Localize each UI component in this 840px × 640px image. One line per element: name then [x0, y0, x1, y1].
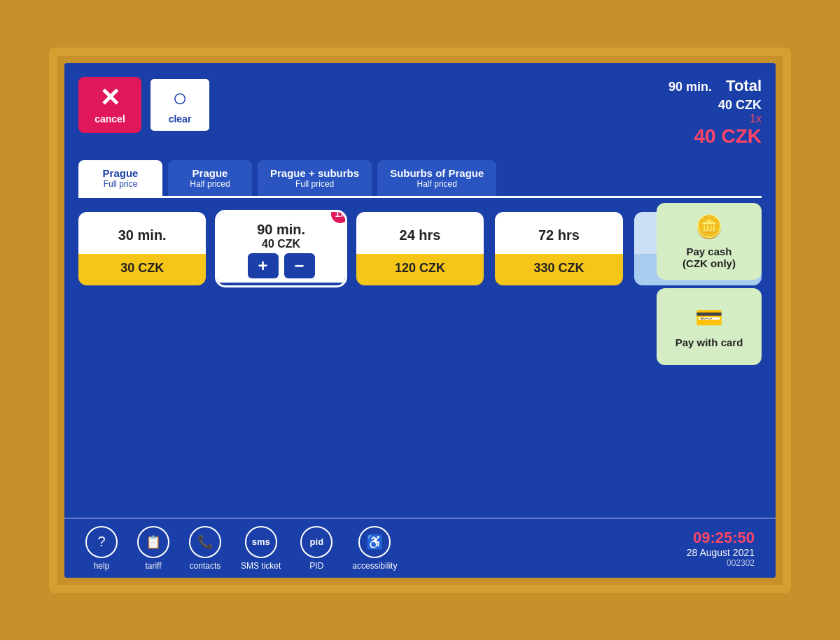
contacts-icon: 📞: [189, 526, 221, 558]
total-area: 90 min. Total 40 CZK 1x 40 CZK: [668, 77, 762, 148]
ticket-90min-price: 40 CZK: [262, 238, 300, 250]
clock-display: 09:25:50: [687, 529, 755, 547]
card-icon: 💳: [695, 304, 723, 331]
clear-button[interactable]: ○ clear: [148, 77, 211, 133]
ticket-90min[interactable]: 1x 90 min. 40 CZK + −: [217, 212, 344, 285]
top-buttons: ✕ cancel ○ clear: [78, 77, 211, 133]
nav-help[interactable]: ? help: [85, 526, 118, 571]
accessibility-icon: ♿: [358, 526, 391, 558]
ticket-72hrs-price: 330 CZK: [495, 254, 622, 285]
pid-icon: pid: [300, 526, 332, 558]
accessibility-label: accessibility: [352, 561, 397, 571]
sms-label: SMS ticket: [241, 561, 281, 571]
price-per: 40 CZK: [668, 98, 762, 113]
tab-bar: Prague Full price Prague Half priced Pra…: [78, 160, 762, 198]
nav-accessibility[interactable]: ♿ accessibility: [352, 526, 397, 571]
clear-icon: ○: [172, 85, 188, 111]
cancel-label: cancel: [94, 113, 125, 125]
ticket-30min-duration: 30 min.: [78, 212, 206, 254]
help-label: help: [94, 561, 110, 571]
ticket-72hrs-duration: 72 hrs: [495, 212, 622, 254]
cash-icon: 🪙: [695, 213, 723, 240]
bottom-nav: ? help 📋 tariff 📞 contacts sms SMS ticke…: [85, 526, 397, 571]
ticket-90min-top: 90 min. 40 CZK + −: [217, 212, 344, 283]
nav-pid[interactable]: pid PID: [300, 526, 332, 571]
cancel-button[interactable]: ✕ cancel: [78, 77, 141, 133]
tab-prague-suburbs-full[interactable]: Prague + suburbs Full priced: [258, 160, 372, 196]
date-display: 28 August 2021: [687, 547, 755, 558]
tab-prague-half[interactable]: Prague Half priced: [168, 160, 252, 196]
tariff-label: tariff: [145, 561, 161, 571]
tariff-icon: 📋: [137, 526, 169, 558]
payment-area: 🪙 Pay cash(CZK only) 💳 Pay with card: [657, 203, 762, 365]
tab-prague-full[interactable]: Prague Full price: [78, 160, 162, 196]
tab-prague-full-main: Prague: [91, 167, 150, 179]
sms-icon: sms: [245, 526, 277, 558]
total-label: Total: [726, 77, 762, 94]
tab-suburbs-half-main: Suburbs of Prague: [390, 167, 484, 179]
ticket-90min-minus[interactable]: −: [284, 253, 315, 278]
tab-prague-full-sub: Full price: [91, 179, 150, 189]
count-display: 1x: [668, 113, 762, 125]
tab-prague-half-main: Prague: [181, 167, 239, 179]
ticket-24hrs-price: 120 CZK: [356, 254, 484, 285]
bottom-bar: ? help 📋 tariff 📞 contacts sms SMS ticke…: [64, 518, 776, 578]
contacts-label: contacts: [190, 561, 221, 571]
tab-prague-suburbs-full-sub: Full priced: [270, 179, 359, 189]
ticket-90min-duration: 90 min.: [257, 222, 305, 238]
pay-cash-button[interactable]: 🪙 Pay cash(CZK only): [657, 203, 762, 280]
pay-card-button[interactable]: 💳 Pay with card: [657, 288, 762, 365]
tab-prague-suburbs-full-main: Prague + suburbs: [270, 167, 359, 179]
tab-suburbs-half-sub: Half priced: [390, 179, 484, 189]
cancel-icon: ✕: [99, 85, 120, 111]
help-icon: ?: [85, 526, 118, 558]
clear-label: clear: [169, 113, 192, 125]
nav-tariff[interactable]: 📋 tariff: [137, 526, 169, 571]
screen: ✕ cancel ○ clear 90 min. Total 40 CZK 1x…: [64, 63, 776, 578]
nav-contacts[interactable]: 📞 contacts: [189, 526, 221, 571]
ticket-30min-price: 30 CZK: [78, 254, 206, 285]
tab-suburbs-half[interactable]: Suburbs of Prague Half priced: [377, 160, 496, 196]
total-value: 40 CZK: [668, 125, 762, 148]
machine-id: 002302: [687, 558, 755, 568]
pay-card-label: Pay with card: [676, 336, 743, 348]
ticket-90min-plus[interactable]: +: [248, 253, 279, 278]
pid-label: PID: [309, 561, 323, 571]
nav-sms[interactable]: sms SMS ticket: [241, 526, 281, 571]
ticket-30min[interactable]: 30 min. 30 CZK: [78, 212, 206, 285]
ticket-90min-controls: + −: [248, 253, 315, 278]
duration-info: 90 min. Total: [668, 77, 762, 95]
ticket-24hrs[interactable]: 24 hrs 120 CZK: [356, 212, 484, 285]
ticket-24hrs-duration: 24 hrs: [356, 212, 484, 254]
tab-prague-half-sub: Half priced: [181, 179, 239, 189]
bottom-right: 09:25:50 28 August 2021 002302: [687, 529, 755, 568]
ticket-72hrs[interactable]: 72 hrs 330 CZK: [495, 212, 622, 285]
pay-cash-label: Pay cash(CZK only): [682, 246, 736, 269]
duration-display: 90 min.: [668, 80, 712, 94]
top-row: ✕ cancel ○ clear 90 min. Total 40 CZK 1x…: [78, 77, 762, 148]
outer-frame: ✕ cancel ○ clear 90 min. Total 40 CZK 1x…: [49, 48, 791, 593]
